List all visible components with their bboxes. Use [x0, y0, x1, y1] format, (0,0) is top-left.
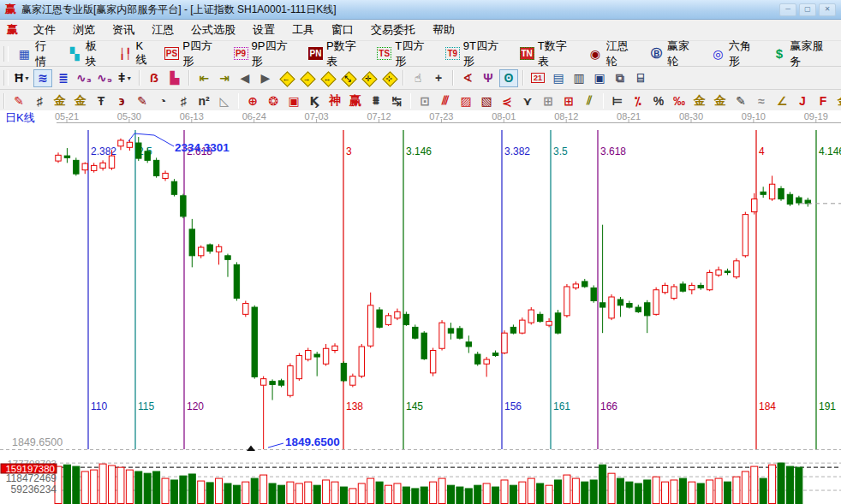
v-lines-button[interactable]: ⋎	[518, 92, 537, 110]
tool-quotes[interactable]: ▦行情	[17, 39, 57, 69]
tool-winner-service[interactable]: $赢家服务	[772, 39, 834, 69]
volume-bar	[313, 485, 320, 503]
chart-area[interactable]: 日K线05-2105-3006-1306-2407-0307-1207-2308…	[0, 110, 841, 504]
hand-tool-button[interactable]: ☝	[409, 69, 427, 87]
zoom-right-button[interactable]: →	[297, 69, 316, 87]
thin-candle-button[interactable]: ǂ▼	[116, 69, 134, 87]
zoom-horizontal-button[interactable]: ↔	[318, 69, 337, 87]
menu-item-gann[interactable]: 江恩	[143, 21, 182, 39]
tool-t-number-table[interactable]: TNT数字表	[520, 39, 578, 69]
save-button[interactable]: ▣	[590, 69, 609, 87]
gann-target-button[interactable]: ⊕	[243, 92, 262, 110]
menu-item-window[interactable]: 窗口	[323, 21, 362, 39]
percent-angle-button[interactable]: ⁒	[629, 92, 647, 110]
gold-lines-button[interactable]: 金	[711, 92, 730, 110]
gold-scale-2-button[interactable]: 金	[71, 92, 90, 110]
info-board-button[interactable]: ≣	[54, 69, 73, 87]
zoom-cross-button[interactable]: ✛	[359, 69, 378, 87]
tool-p-square[interactable]: PSP四方形	[164, 39, 224, 69]
tool-hexagon[interactable]: ◎六角形	[711, 39, 762, 69]
tool-9p-square[interactable]: P99P四方形	[234, 39, 298, 69]
grid-123-button[interactable]: ⩩	[367, 92, 385, 110]
menu-item-settings[interactable]: 设置	[244, 21, 283, 39]
angle-guide-button[interactable]: ◺	[215, 92, 234, 110]
menu-item-formula-picker[interactable]: 公式选股	[182, 21, 244, 39]
n-square-button[interactable]: n²	[194, 92, 213, 110]
pen-measure-button[interactable]: ✎	[731, 92, 750, 110]
export-button[interactable]: ⌸	[631, 69, 650, 87]
prev-bar-button[interactable]: ◀	[236, 69, 254, 87]
grid-dots-button[interactable]: ⊞	[539, 92, 558, 110]
time-circle-button[interactable]: ◔	[153, 92, 172, 110]
menu-item-news[interactable]: 资讯	[104, 21, 143, 39]
tool-t-square[interactable]: TST四方形	[377, 39, 435, 69]
fan-box-button[interactable]: ▨	[456, 92, 475, 110]
snapshot-button[interactable]: ⧉	[611, 69, 629, 87]
fan-lines-button[interactable]: ⫻	[436, 92, 455, 110]
f-scale-button[interactable]: Ŧ	[92, 92, 110, 110]
menu-item-file[interactable]: 文件	[25, 21, 64, 39]
first-page-button[interactable]: ⇤	[194, 69, 213, 87]
tool-p-number-table[interactable]: PNP数字表	[308, 39, 367, 69]
tool-kline[interactable]: ╽╿K线	[117, 39, 153, 68]
box-grid-button[interactable]: ⊡	[415, 92, 434, 110]
gann-grid-wheel-button[interactable]: ▣	[284, 92, 303, 110]
j-angle-button[interactable]: J	[793, 92, 812, 110]
last-page-button[interactable]: ⇥	[215, 69, 234, 87]
shen-tool-button[interactable]: 神	[325, 92, 344, 110]
minor-cycle-9-button[interactable]: ∿₉	[95, 69, 114, 87]
menu-item-help[interactable]: 帮助	[424, 21, 463, 39]
gold-angle-2-button[interactable]: 金	[834, 92, 841, 110]
tool-sectors[interactable]: ▚板块	[68, 39, 108, 69]
crosshair-tool-button[interactable]: +	[429, 69, 448, 87]
menu-item-tools[interactable]: 工具	[283, 21, 323, 39]
gold-angle-button[interactable]: ∠	[772, 92, 791, 110]
scale-ruler-button[interactable]: ♯	[30, 92, 49, 110]
minimize-button[interactable]: ─	[779, 3, 796, 16]
calendar-button[interactable]: 21	[528, 69, 547, 87]
draw-pen-button[interactable]: ✎	[9, 92, 28, 110]
permille-button[interactable]: ‰	[670, 92, 689, 110]
fan-box-2-button[interactable]: ▧	[477, 92, 496, 110]
parallel-lines-button[interactable]: ⫽	[580, 92, 599, 110]
grid-red-button[interactable]: ⊞	[559, 92, 578, 110]
minor-cycle-3-button[interactable]: ∿₃	[75, 69, 93, 87]
win-tool-button[interactable]: 赢	[346, 92, 365, 110]
magic-tool-button[interactable]: Ψ	[479, 69, 498, 87]
zoom-diagonal-button[interactable]: ⤡	[338, 69, 357, 87]
overlay-chart-button[interactable]: ≋	[33, 69, 52, 87]
percent-button[interactable]: %	[649, 92, 668, 110]
gold-circle-button[interactable]: 金	[690, 92, 709, 110]
ratio-list-button[interactable]: ⊨	[608, 92, 627, 110]
memo-button[interactable]: ▥	[570, 69, 588, 87]
maximize-button[interactable]: ▢	[799, 3, 816, 16]
angle-measure-button[interactable]: ∢	[458, 69, 477, 87]
span-arrows-button[interactable]: ↹	[387, 92, 406, 110]
zoom-left-button[interactable]: ←	[277, 69, 295, 87]
menu-item-trade[interactable]: 交易委托	[362, 21, 424, 39]
brain-tool-button[interactable]: ʘ	[499, 69, 518, 87]
ruler-2-button[interactable]: ♯	[174, 92, 193, 110]
k-marks-button[interactable]: Ϗ	[305, 92, 324, 110]
tool-9t-square[interactable]: T99T四方形	[445, 39, 510, 69]
calculator-button[interactable]: ▤	[549, 69, 568, 87]
tool-winner-wheel[interactable]: Ⓑ赢家轮	[649, 39, 701, 69]
spiral-button[interactable]: ϶	[112, 92, 131, 110]
close-button[interactable]: ✕	[819, 3, 836, 16]
menu-item-browse[interactable]: 浏览	[64, 21, 104, 39]
kline-style-button[interactable]: Ħ▼	[13, 69, 32, 87]
titlebar[interactable]: 赢 赢家江恩专业版[赢家内部服务平台] - [上证指数 SH1A0001-111…	[0, 0, 841, 20]
figures-button[interactable]: ẞ	[145, 69, 164, 87]
tool-gann-wheel[interactable]: ◉江恩轮	[588, 39, 639, 69]
next-bar-button[interactable]: ▶	[256, 69, 275, 87]
histogram-button[interactable]: ▙	[165, 69, 184, 87]
wave-button[interactable]: ≈	[752, 92, 771, 110]
gann-star-button[interactable]: ❂	[264, 92, 283, 110]
angle-fan-button[interactable]: ⋞	[498, 92, 516, 110]
zoom-full-button[interactable]: ⊹	[379, 69, 398, 87]
pen-scale-button[interactable]: ✎	[133, 92, 152, 110]
angle-measure-icon: ∢	[462, 71, 473, 85]
f-angle-button[interactable]: F	[814, 92, 832, 110]
gold-scale-1-button[interactable]: 金	[51, 92, 69, 110]
gann-candlestick-chart[interactable]: 日K线05-2105-3006-1306-2407-0307-1207-2308…	[0, 110, 841, 504]
